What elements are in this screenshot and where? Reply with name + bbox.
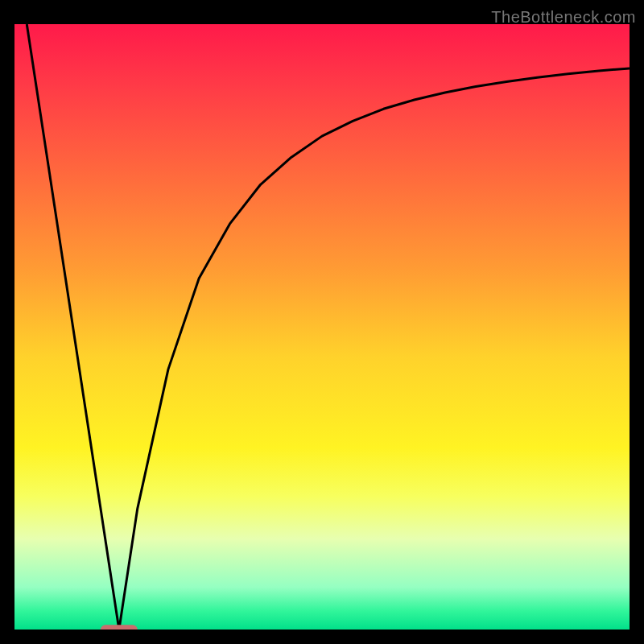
watermark-label: TheBottleneck.com bbox=[491, 8, 636, 27]
chart-svg bbox=[14, 24, 630, 630]
plot-area bbox=[14, 24, 630, 630]
gradient-background bbox=[14, 24, 630, 630]
optimal-marker bbox=[101, 625, 138, 630]
marker-group bbox=[101, 625, 138, 630]
chart-canvas: TheBottleneck.com bbox=[0, 0, 644, 644]
